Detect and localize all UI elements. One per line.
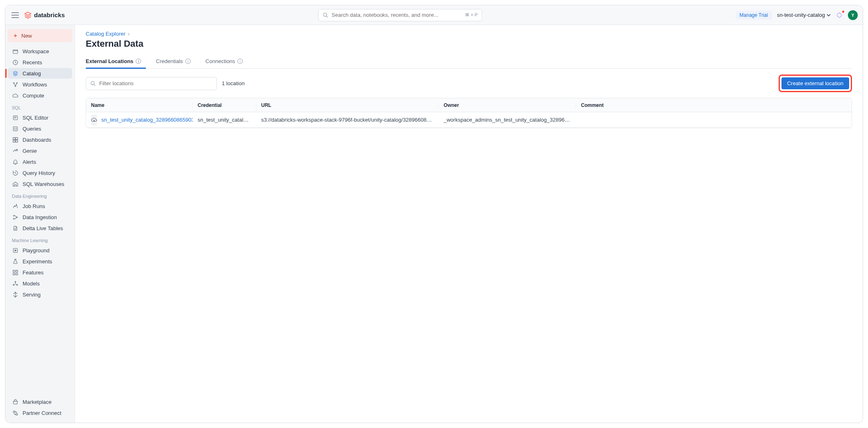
sidebar-item-partner-connect[interactable]: Partner Connect <box>8 408 72 418</box>
global-search[interactable]: ⌘ + P <box>318 9 482 21</box>
sidebar-item-label: Workspace <box>23 48 49 54</box>
tab-credentials[interactable]: Credentials i <box>156 56 191 68</box>
filter-locations[interactable] <box>86 77 217 90</box>
column-header-url[interactable]: URL <box>256 102 439 108</box>
sidebar-section-title: SQL <box>8 101 72 112</box>
info-icon[interactable]: i <box>237 59 243 64</box>
menu-toggle[interactable] <box>10 10 20 20</box>
tab-external-locations[interactable]: External Locations i <box>86 56 141 68</box>
sidebar-item-label: Data Ingestion <box>23 214 57 220</box>
svg-rect-6 <box>13 115 17 120</box>
avatar[interactable]: Y <box>848 10 858 20</box>
new-button[interactable]: ＋ New <box>8 29 72 42</box>
sidebar-item-sql-warehouses[interactable]: SQL Warehouses <box>8 179 72 189</box>
sidebar-item-compute[interactable]: Compute <box>8 90 72 101</box>
svg-rect-24 <box>16 413 17 415</box>
databricks-logo-icon <box>24 11 32 19</box>
brand-name: databricks <box>34 11 65 18</box>
sidebar-item-data-ingestion[interactable]: Data Ingestion <box>8 212 72 222</box>
sidebar-item-experiments[interactable]: Experiments <box>8 256 72 267</box>
flask-icon <box>12 258 18 265</box>
sidebar-item-label: Models <box>23 281 40 287</box>
brand-logo[interactable]: databricks <box>24 11 65 19</box>
svg-point-25 <box>91 81 94 84</box>
filter-input[interactable] <box>99 80 212 86</box>
sidebar-item-genie[interactable]: Genie <box>8 145 72 156</box>
sidebar-item-label: Marketplace <box>23 399 52 405</box>
info-icon[interactable]: i <box>185 59 191 64</box>
assistant-icon[interactable] <box>836 11 843 19</box>
warehouse-icon <box>12 181 18 187</box>
manage-trial-button[interactable]: Manage Trial <box>736 11 772 20</box>
sidebar-item-label: SQL Editor <box>23 115 48 121</box>
svg-rect-8 <box>13 137 15 139</box>
new-label: New <box>21 33 32 39</box>
sidebar-item-alerts[interactable]: Alerts <box>8 156 72 167</box>
sidebar-item-sql-editor[interactable]: SQL Editor <box>8 112 72 123</box>
sidebar-item-label: Dashboards <box>23 137 51 143</box>
svg-rect-19 <box>16 273 17 274</box>
svg-rect-1 <box>13 50 17 53</box>
breadcrumb: Catalog Explorer › <box>86 31 852 37</box>
svg-rect-18 <box>13 273 14 274</box>
search-input[interactable] <box>332 12 462 18</box>
sidebar-item-label: Partner Connect <box>23 410 62 416</box>
sidebar-item-playground[interactable]: Playground <box>8 245 72 256</box>
page-title: External Data <box>86 38 852 49</box>
sidebar-item-features[interactable]: Features <box>8 267 72 278</box>
create-button-highlight: Create external location <box>779 75 852 92</box>
plus-icon: ＋ <box>13 32 18 39</box>
search-icon <box>323 12 328 18</box>
workspace-picker[interactable]: sn-test-unity-catalog <box>777 12 831 18</box>
tab-label: Credentials <box>156 58 183 64</box>
models-icon <box>12 280 18 287</box>
ingest-icon <box>12 214 18 220</box>
svg-rect-9 <box>16 137 18 139</box>
clock-icon <box>12 59 18 66</box>
sidebar-item-serving[interactable]: Serving <box>8 289 72 300</box>
sidebar-item-models[interactable]: Models <box>8 278 72 289</box>
column-header-owner[interactable]: Owner <box>439 102 576 108</box>
topbar: databricks ⌘ + P Manage Trial sn-test-un… <box>5 5 863 25</box>
sidebar-item-label: Workflows <box>23 82 47 88</box>
sidebar-item-delta-live-tables[interactable]: Delta Live Tables <box>8 223 72 233</box>
sidebar-item-catalog[interactable]: Catalog <box>8 68 72 79</box>
sidebar-item-label: Query History <box>23 170 55 176</box>
sidebar-item-workflows[interactable]: Workflows <box>8 79 72 90</box>
main-content: Catalog Explorer › External Data Externa… <box>75 25 863 423</box>
tab-connections[interactable]: Connections i <box>205 56 243 68</box>
table-row[interactable]: sn_test_unity_catalog_3289660865903932 s… <box>86 112 852 128</box>
breadcrumb-root[interactable]: Catalog Explorer <box>86 31 125 37</box>
sidebar-item-label: Experiments <box>23 258 52 265</box>
market-icon <box>12 399 18 405</box>
workflow-icon <box>12 81 18 88</box>
partner-icon <box>12 410 18 416</box>
runs-icon <box>12 203 18 209</box>
external-location-icon <box>91 115 97 125</box>
sidebar-item-dashboards[interactable]: Dashboards <box>8 134 72 145</box>
chevron-right-icon: › <box>128 31 130 37</box>
sidebar-item-job-runs[interactable]: Job Runs <box>8 201 72 211</box>
sidebar-item-marketplace[interactable]: Marketplace <box>8 396 72 407</box>
sidebar-item-label: Playground <box>23 247 50 254</box>
sidebar-item-label: Catalog <box>23 70 41 77</box>
sidebar-item-label: Features <box>23 269 43 276</box>
sidebar-item-label: Compute <box>23 93 44 99</box>
column-header-name[interactable]: Name <box>86 102 193 108</box>
location-name-link[interactable]: sn_test_unity_catalog_3289660865903932 <box>101 117 193 123</box>
column-header-comment[interactable]: Comment <box>576 102 642 108</box>
sidebar-item-queries[interactable]: Queries <box>8 123 72 134</box>
serve-icon <box>12 291 18 298</box>
create-external-location-button[interactable]: Create external location <box>781 77 849 89</box>
info-icon[interactable]: i <box>136 59 141 64</box>
sidebar-item-query-history[interactable]: Query History <box>8 168 72 178</box>
svg-rect-10 <box>13 140 15 142</box>
svg-point-0 <box>324 13 327 16</box>
sidebar-item-label: Alerts <box>23 159 36 165</box>
tab-label: External Locations <box>86 58 133 64</box>
sidebar-item-workspace[interactable]: Workspace <box>8 46 72 57</box>
sidebar-item-recents[interactable]: Recents <box>8 57 72 68</box>
sidebar-item-label: Recents <box>23 59 42 66</box>
column-header-credential[interactable]: Credential <box>193 102 256 108</box>
folder-icon <box>12 48 18 54</box>
